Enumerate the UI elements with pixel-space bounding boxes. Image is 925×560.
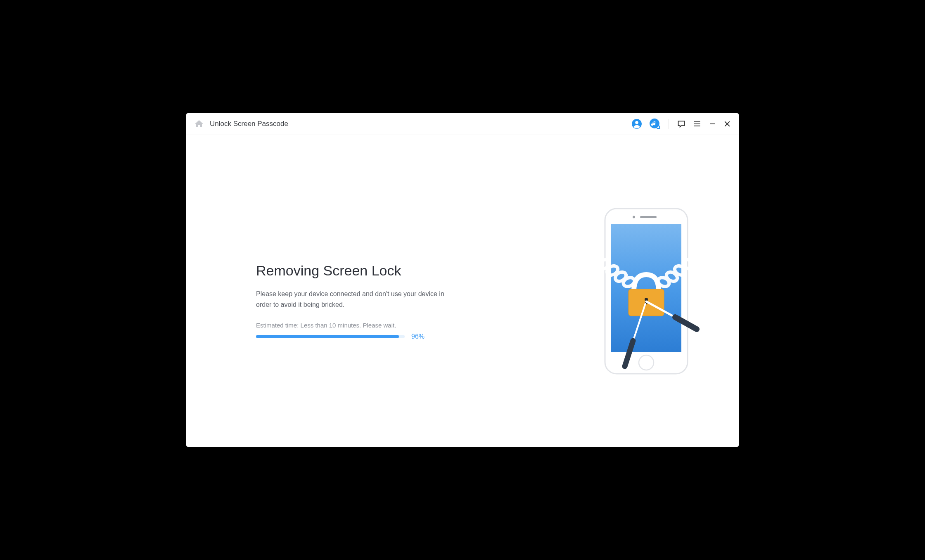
home-button[interactable] bbox=[194, 119, 204, 129]
progress-fill bbox=[256, 335, 399, 338]
progress-row: 96% bbox=[256, 333, 578, 340]
estimated-time-text: Estimated time: Less than 10 minutes. Pl… bbox=[256, 322, 578, 329]
user-circle-icon bbox=[631, 119, 642, 129]
minimize-button[interactable] bbox=[709, 120, 716, 128]
app-window: Unlock Screen Passcode bbox=[186, 113, 739, 447]
titlebar-left: Unlock Screen Passcode bbox=[194, 119, 631, 129]
svg-point-13 bbox=[633, 216, 635, 218]
feedback-button[interactable] bbox=[677, 120, 685, 128]
hamburger-icon bbox=[693, 120, 701, 128]
account-button[interactable] bbox=[631, 119, 642, 129]
music-search-button[interactable] bbox=[650, 119, 660, 129]
titlebar-right bbox=[631, 119, 731, 129]
main-heading: Removing Screen Lock bbox=[256, 263, 578, 279]
svg-rect-14 bbox=[611, 224, 681, 352]
close-button[interactable] bbox=[723, 120, 731, 128]
main-content: Removing Screen Lock Please keep your de… bbox=[186, 135, 739, 447]
home-icon bbox=[194, 119, 204, 129]
svg-rect-12 bbox=[640, 216, 657, 218]
svg-line-4 bbox=[659, 128, 660, 129]
illustration-panel bbox=[578, 204, 710, 378]
description-text: Please keep your device connected and do… bbox=[256, 289, 454, 310]
chat-icon bbox=[677, 120, 685, 128]
music-search-icon bbox=[650, 119, 660, 129]
progress-percent-label: 96% bbox=[411, 333, 425, 340]
titlebar-divider bbox=[669, 119, 669, 129]
close-icon bbox=[723, 120, 731, 128]
menu-button[interactable] bbox=[693, 120, 701, 128]
progress-panel: Removing Screen Lock Please keep your de… bbox=[256, 242, 578, 340]
svg-point-1 bbox=[635, 121, 638, 124]
progress-bar bbox=[256, 335, 405, 338]
phone-lock-illustration bbox=[588, 204, 688, 378]
minimize-icon bbox=[709, 120, 716, 128]
titlebar: Unlock Screen Passcode bbox=[186, 113, 739, 135]
page-title: Unlock Screen Passcode bbox=[210, 120, 288, 128]
